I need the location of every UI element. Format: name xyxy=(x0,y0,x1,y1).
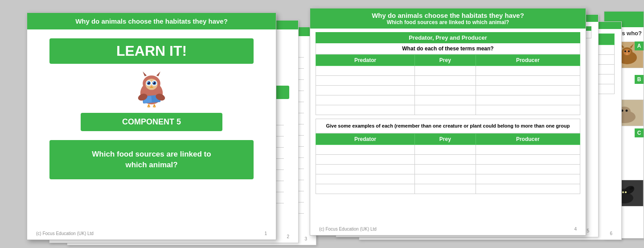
page-1-footer-right: 1 xyxy=(264,231,267,236)
cell xyxy=(415,95,476,105)
page-3-footer-right: 3 xyxy=(304,236,307,241)
svg-marker-3 xyxy=(156,71,160,76)
svg-point-12 xyxy=(153,82,154,83)
table-row xyxy=(316,165,580,174)
cell xyxy=(316,184,415,194)
label-b-badge: B xyxy=(635,75,644,84)
cell xyxy=(415,155,476,165)
cell xyxy=(415,105,476,115)
cell xyxy=(316,76,415,86)
svg-point-31 xyxy=(628,50,630,52)
page-1-footer: (c) Focus Education (UK) Ltd 1 xyxy=(27,231,276,236)
th-predator-bottom: Predator xyxy=(316,134,415,145)
page-1-footer-left: (c) Focus Education (UK) Ltd xyxy=(36,231,94,236)
table-row xyxy=(316,174,580,184)
table-row xyxy=(316,95,580,105)
cell xyxy=(476,174,580,184)
cell xyxy=(476,165,580,174)
cell xyxy=(316,86,415,95)
cell xyxy=(415,184,476,194)
cell xyxy=(316,105,415,115)
examples-instruction: Give some examples of each (remember tha… xyxy=(316,119,580,133)
table-row xyxy=(316,105,580,115)
table-row xyxy=(316,76,580,86)
svg-marker-2 xyxy=(143,71,147,76)
cell xyxy=(316,95,415,105)
table-row xyxy=(316,66,580,76)
cell xyxy=(316,66,415,76)
table-row xyxy=(316,145,580,155)
svg-point-30 xyxy=(624,50,626,52)
page-1: Why do animals choose the habitats they … xyxy=(27,12,276,240)
right-page-4-footer: (c) Focus Education (UK) Ltd 4 xyxy=(310,227,586,231)
th-prey-bottom: Prey xyxy=(415,134,476,145)
cell xyxy=(316,165,415,174)
cell xyxy=(415,145,476,155)
right-page-4-header: Why do animals choose the habitats they … xyxy=(310,8,586,29)
cell xyxy=(476,105,580,115)
table-row xyxy=(316,184,580,194)
right-page-4: Why do animals choose the habitats they … xyxy=(310,8,586,236)
component-badge: COMPONENT 5 xyxy=(81,113,222,131)
cell xyxy=(476,184,580,194)
cell xyxy=(316,174,415,184)
learn-it-banner: LEARN IT! xyxy=(49,38,254,64)
th-prey-top: Prey xyxy=(415,55,476,66)
page-5-footer-right: 5 xyxy=(587,228,589,233)
cell xyxy=(476,66,580,76)
th-producer-top: Producer xyxy=(476,55,580,66)
cell xyxy=(476,155,580,165)
cell xyxy=(476,145,580,155)
svg-point-44 xyxy=(625,191,627,193)
page-4-footer-right: 4 xyxy=(574,227,577,231)
cell xyxy=(476,86,580,95)
owl-illustration xyxy=(27,68,276,108)
svg-point-37 xyxy=(626,110,628,112)
left-stack: (c) Focus Education (UK) Ltd 3 together … xyxy=(13,9,325,241)
cell xyxy=(415,165,476,174)
section-title: Predator, Prey and Producer xyxy=(316,32,580,43)
page-4-table-section: Predator, Prey and Producer What do each… xyxy=(310,29,586,198)
page-4-main-title: Why do animals choose the habitats they … xyxy=(314,12,582,19)
th-producer-bottom: Producer xyxy=(476,134,580,145)
cell xyxy=(316,145,415,155)
th-predator-top: Predator xyxy=(316,55,415,66)
page-4-footer-left: (c) Focus Education (UK) Ltd xyxy=(319,227,377,231)
cell xyxy=(316,155,415,165)
cell xyxy=(415,174,476,184)
owl-icon xyxy=(131,68,172,108)
svg-point-8 xyxy=(148,82,148,83)
table-row xyxy=(316,86,580,95)
page-6-footer-right: 6 xyxy=(610,231,612,236)
scene: (c) Focus Education (UK) Ltd 3 together … xyxy=(0,0,644,248)
cell xyxy=(415,66,476,76)
question-row: What do each of these terms mean? xyxy=(316,43,580,54)
cell xyxy=(415,86,476,95)
svg-point-43 xyxy=(622,191,624,193)
page-4-sub-title: Which food sources are linked to which a… xyxy=(314,19,582,25)
page-1-header: Why do animals choose the habitats they … xyxy=(27,13,276,29)
subtitle-box: Which food sources are linked to which a… xyxy=(49,140,254,179)
examples-table: Predator Prey Producer xyxy=(316,133,580,194)
cell xyxy=(476,95,580,105)
cell xyxy=(476,76,580,86)
table-row xyxy=(316,155,580,165)
cell xyxy=(415,76,476,86)
page-2-footer-right: 2 xyxy=(287,234,289,239)
definitions-table: Predator Prey Producer xyxy=(316,54,580,115)
right-stack: s who? A xyxy=(305,4,640,245)
label-c-badge: C xyxy=(635,128,644,137)
label-a-badge: A xyxy=(635,41,644,50)
